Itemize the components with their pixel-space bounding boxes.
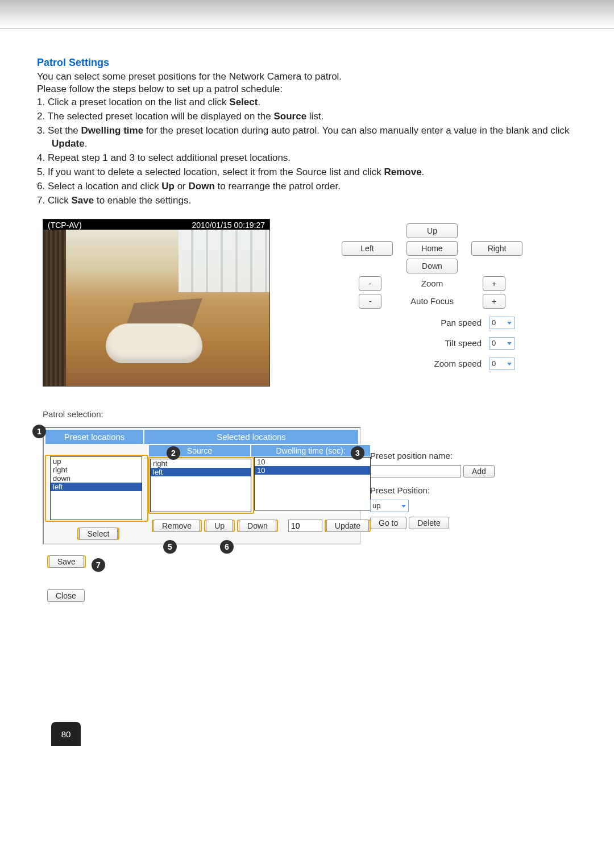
zoom-speed-label: Zoom speed — [434, 359, 482, 368]
step-3: 3. Set the Dwelling time for the preset … — [37, 124, 577, 151]
list-item[interactable]: right — [51, 466, 142, 474]
preset-locations-header: Preset locations — [45, 429, 144, 445]
list-item[interactable]: 10 — [255, 466, 370, 475]
steps-intro: Please follow the steps below to set up … — [37, 84, 577, 95]
callout-6: 6 — [220, 540, 234, 554]
steps-list: 1. Click a preset location on the list a… — [37, 96, 577, 207]
focus-near-button[interactable]: - — [359, 294, 381, 309]
step-1: 1. Click a preset location on the list a… — [37, 96, 577, 109]
callout-5: 5 — [163, 540, 177, 554]
list-item[interactable]: up — [51, 457, 142, 466]
ptz-right-button[interactable]: Right — [471, 241, 522, 256]
ptz-home-button[interactable]: Home — [406, 241, 458, 256]
dwell-list[interactable]: 10 10 — [254, 457, 371, 510]
list-item[interactable]: left — [51, 483, 142, 491]
tilt-speed-select[interactable]: 0 — [489, 337, 515, 350]
step-6: 6. Select a location and click Up or Dow… — [37, 180, 577, 193]
intro-text: You can select some preset positions for… — [37, 71, 577, 82]
zoom-in-button[interactable]: + — [483, 276, 505, 291]
ptz-controls: Up Left Home Right Down - Zoom + - Auto … — [287, 219, 577, 387]
down-button[interactable]: Down — [239, 520, 276, 532]
patrol-selection-label: Patrol selection: — [43, 409, 577, 419]
preset-locations-list[interactable]: up right down left — [50, 456, 142, 520]
callout-1: 1 — [32, 425, 46, 438]
autofocus-label: Auto Focus — [395, 296, 469, 306]
ptz-left-button[interactable]: Left — [342, 241, 393, 256]
patrol-frame: 1 2 3 5 6 Preset locations Selected loca… — [43, 427, 361, 545]
delete-button[interactable]: Delete — [409, 517, 449, 529]
camera-codec-label: (TCP-AV) — [48, 221, 82, 230]
preset-position-panel: Preset position name: Add Preset Positio… — [370, 427, 495, 534]
add-button[interactable]: Add — [463, 465, 495, 477]
step-7: 7. Click Save to enable the settings. — [37, 194, 577, 207]
preset-name-input[interactable] — [370, 465, 461, 477]
pan-speed-select[interactable]: 0 — [489, 317, 515, 329]
camera-room-image — [43, 230, 269, 386]
zoom-label: Zoom — [395, 279, 469, 288]
section-title: Patrol Settings — [37, 57, 577, 69]
camera-timestamp: 2010/01/15 00:19:27 — [192, 221, 265, 230]
zoom-speed-select[interactable]: 0 — [489, 358, 515, 370]
page-header-strip — [0, 0, 614, 28]
list-item[interactable]: down — [51, 474, 142, 483]
camera-preview: (TCP-AV) 2010/01/15 00:19:27 — [43, 219, 270, 387]
ptz-up-button[interactable]: Up — [406, 223, 458, 238]
callout-3: 3 — [351, 446, 364, 460]
preset-position-select[interactable]: up — [370, 500, 409, 512]
preset-position-label: Preset Position: — [370, 485, 430, 495]
list-item[interactable]: left — [151, 468, 251, 476]
list-item[interactable]: 10 — [255, 458, 370, 466]
focus-far-button[interactable]: + — [483, 294, 505, 309]
source-list[interactable]: right left — [150, 459, 251, 512]
dwell-time-input[interactable] — [288, 520, 322, 532]
selected-locations-header: Selected locations — [144, 429, 359, 445]
step-5: 5. If you want to delete a selected loca… — [37, 166, 577, 179]
step-2: 2. The selected preset location will be … — [37, 110, 577, 123]
preset-name-label: Preset position name: — [370, 451, 453, 460]
pan-speed-label: Pan speed — [441, 318, 482, 327]
close-button[interactable]: Close — [47, 589, 85, 602]
callout-2: 2 — [167, 446, 180, 460]
zoom-out-button[interactable]: - — [359, 276, 381, 291]
goto-button[interactable]: Go to — [370, 517, 406, 529]
list-item[interactable]: right — [151, 459, 251, 468]
up-button[interactable]: Up — [206, 520, 233, 532]
callout-7: 7 — [92, 558, 105, 572]
remove-button[interactable]: Remove — [154, 520, 200, 532]
ptz-down-button[interactable]: Down — [406, 259, 458, 273]
tilt-speed-label: Tilt speed — [445, 338, 482, 348]
select-button[interactable]: Select — [79, 528, 118, 540]
step-4: 4. Repeat step 1 and 3 to select additio… — [37, 152, 577, 165]
page-number-badge: 80 — [51, 722, 81, 746]
source-header: Source — [148, 445, 251, 457]
save-button[interactable]: Save — [49, 555, 84, 568]
update-button[interactable]: Update — [326, 520, 369, 532]
